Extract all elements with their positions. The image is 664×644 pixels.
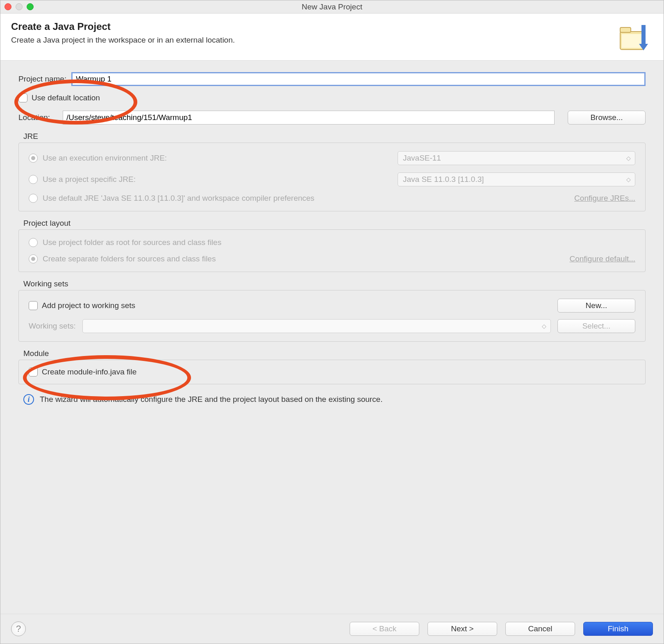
browse-button[interactable]: Browse... xyxy=(568,111,646,125)
location-label: Location: xyxy=(18,113,58,122)
jre-exec-env-select[interactable]: JavaSE-11 xyxy=(398,151,635,165)
location-input[interactable] xyxy=(63,111,555,125)
jre-project-specific-select[interactable]: Java SE 11.0.3 [11.0.3] xyxy=(398,172,635,186)
module-section-title: Module xyxy=(23,349,646,358)
configure-jres-link[interactable]: Configure JREs... xyxy=(574,194,635,203)
back-button: < Back xyxy=(350,622,419,636)
svg-rect-3 xyxy=(641,25,646,44)
layout-separate-label: Create separate folders for sources and … xyxy=(43,254,216,263)
working-sets-label: Working sets: xyxy=(29,322,76,331)
project-name-label: Project name: xyxy=(18,75,66,84)
java-project-wizard-icon xyxy=(616,21,653,54)
svg-rect-2 xyxy=(622,34,642,48)
jre-default-label: Use default JRE 'Java SE 11.0.3 [11.0.3]… xyxy=(43,194,314,203)
add-to-working-sets-label: Add project to working sets xyxy=(42,301,135,310)
configure-default-link[interactable]: Configure default... xyxy=(569,254,635,263)
window-title: New Java Project xyxy=(0,2,664,11)
cancel-button[interactable]: Cancel xyxy=(505,622,575,636)
titlebar: New Java Project xyxy=(0,0,664,14)
dialog-footer: ? < Back Next > Cancel Finish xyxy=(0,614,664,644)
working-sets-group: Add project to working sets New... Worki… xyxy=(18,290,646,342)
use-default-location-label: Use default location xyxy=(32,93,100,102)
next-button[interactable]: Next > xyxy=(428,622,497,636)
svg-rect-1 xyxy=(620,27,631,32)
create-module-info-checkbox[interactable] xyxy=(29,367,38,376)
layout-section-title: Project layout xyxy=(23,219,646,228)
jre-exec-env-label: Use an execution environment JRE: xyxy=(43,154,167,163)
add-to-working-sets-checkbox[interactable] xyxy=(29,301,38,310)
project-name-input[interactable] xyxy=(71,72,646,86)
use-default-location-checkbox[interactable] xyxy=(18,93,27,102)
dialog-content: Project name: Use default location Locat… xyxy=(0,61,664,614)
finish-button[interactable]: Finish xyxy=(583,622,653,636)
jre-exec-env-radio[interactable] xyxy=(29,154,38,163)
header-title: Create a Java Project xyxy=(11,21,235,32)
layout-group: Use project folder as root for sources a… xyxy=(18,229,646,272)
working-sets-section-title: Working sets xyxy=(23,279,646,288)
jre-section-title: JRE xyxy=(23,132,646,141)
info-text: The wizard will automatically configure … xyxy=(40,395,382,404)
dialog-window: New Java Project Create a Java Project C… xyxy=(0,0,664,644)
jre-project-specific-radio[interactable] xyxy=(29,175,38,184)
module-group: Create module-info.java file xyxy=(18,360,646,384)
dialog-header: Create a Java Project Create a Java proj… xyxy=(0,14,664,61)
layout-root-radio[interactable] xyxy=(29,238,38,247)
help-icon[interactable]: ? xyxy=(11,621,26,636)
info-icon: i xyxy=(23,394,34,405)
jre-default-radio[interactable] xyxy=(29,194,38,203)
jre-project-specific-label: Use a project specific JRE: xyxy=(43,175,136,184)
annotation-circle-icon xyxy=(23,355,191,400)
jre-group: Use an execution environment JRE: JavaSE… xyxy=(18,143,646,211)
layout-root-label: Use project folder as root for sources a… xyxy=(43,238,221,247)
header-subtitle: Create a Java project in the workspace o… xyxy=(11,36,235,45)
select-working-set-button: Select... xyxy=(557,319,635,333)
create-module-info-label: Create module-info.java file xyxy=(42,367,136,376)
layout-separate-radio[interactable] xyxy=(29,254,38,263)
working-sets-select[interactable] xyxy=(82,319,551,333)
new-working-set-button[interactable]: New... xyxy=(557,299,635,313)
